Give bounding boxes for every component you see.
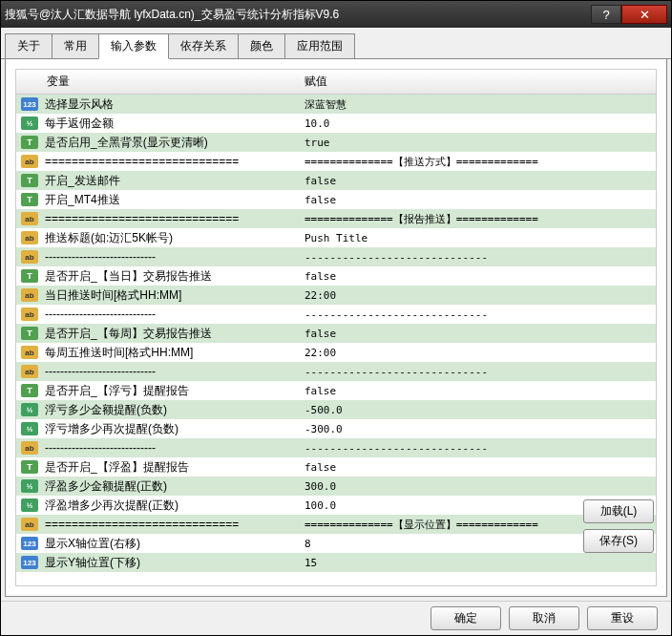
property-value[interactable]: true <box>301 137 656 149</box>
table-row[interactable]: T是否开启_【浮盈】提醒报告false <box>16 457 656 477</box>
table-row[interactable]: ab--------------------------------------… <box>16 362 656 381</box>
property-name: 推送标题(如:迈汇5K帐号) <box>43 230 301 246</box>
property-name: ============================= <box>43 155 301 168</box>
property-name: ----------------------------- <box>43 307 301 321</box>
table-row[interactable]: T是否开启_【浮亏】提醒报告false <box>16 381 656 400</box>
property-name: 是否开启_【每周】交易报告推送 <box>43 326 301 342</box>
property-name: 是否开启_【当日】交易报告推送 <box>43 268 301 285</box>
ab-type-icon: ab <box>21 365 38 378</box>
save-button[interactable]: 保存(S) <box>583 529 654 553</box>
table-row[interactable]: ½浮亏增多少再次提醒(负数)-300.0 <box>16 419 656 438</box>
properties-table[interactable]: 变量 赋值 123选择显示风格深蓝智慧½每手返佣金额10.0T是否启用_全黑背景… <box>15 69 657 586</box>
property-value[interactable]: 15 <box>301 557 656 569</box>
table-row[interactable]: ½浮盈多少金额提醒(正数)300.0 <box>16 477 656 496</box>
t-type-icon: T <box>21 174 38 187</box>
table-row[interactable]: ab当日推送时间[格式HH:MM]22:00 <box>16 286 656 305</box>
123-type-icon: 123 <box>21 537 38 550</box>
property-value[interactable]: false <box>301 461 656 474</box>
tab-0[interactable]: 关于 <box>5 33 52 58</box>
t-type-icon: T <box>21 327 38 340</box>
property-value[interactable]: ----------------------------- <box>301 251 656 264</box>
table-header: 变量 赋值 <box>16 70 656 95</box>
ab-type-icon: ab <box>21 212 38 225</box>
dialog-window: 搜狐号@汰人汇数据导航 lyfxData.cn)_交易盈亏统计分析指标V9.6 … <box>0 0 672 636</box>
property-value[interactable]: 10.0 <box>301 117 656 130</box>
t-type-icon: T <box>21 384 38 397</box>
property-value[interactable]: 300.0 <box>301 480 656 493</box>
table-row[interactable]: T开启_MT4推送false <box>16 190 656 209</box>
table-row[interactable]: ½浮亏多少金额提醒(负数)-500.0 <box>16 400 656 419</box>
property-name: 是否启用_全黑背景(显示更清晰) <box>43 135 301 151</box>
reset-button[interactable]: 重设 <box>587 606 658 630</box>
table-row[interactable]: T是否开启_【当日】交易报告推送false <box>16 266 656 286</box>
tab-2[interactable]: 输入参数 <box>98 33 169 59</box>
property-name: 显示X轴位置(右移) <box>43 536 301 552</box>
property-value[interactable]: false <box>301 385 656 397</box>
tab-3[interactable]: 依存关系 <box>168 33 239 58</box>
table-row[interactable]: ab--------------------------------------… <box>16 247 656 266</box>
titlebar[interactable]: 搜狐号@汰人汇数据导航 lyfxData.cn)_交易盈亏统计分析指标V9.6 … <box>1 1 671 28</box>
ab-type-icon: ab <box>21 155 38 168</box>
property-value[interactable]: false <box>301 175 656 187</box>
property-value[interactable]: ==============【推送方式】============= <box>301 155 656 169</box>
t-type-icon: T <box>21 193 38 206</box>
ab-type-icon: ab <box>21 346 38 359</box>
header-variable: 变量 <box>43 74 301 90</box>
table-row[interactable]: ab每周五推送时间[格式HH:MM]22:00 <box>16 343 656 362</box>
tab-5[interactable]: 应用范围 <box>284 33 355 58</box>
table-row[interactable]: 123选择显示风格深蓝智慧 <box>16 95 656 114</box>
table-row[interactable]: ab推送标题(如:迈汇5K帐号)Push Title <box>16 228 656 247</box>
ok-button[interactable]: 确定 <box>430 606 501 630</box>
property-value[interactable]: 22:00 <box>301 289 656 302</box>
property-name: ============================= <box>43 212 301 225</box>
property-value[interactable]: -500.0 <box>301 404 656 416</box>
table-row[interactable]: ab======================================… <box>16 209 656 228</box>
123-type-icon: 123 <box>21 97 38 111</box>
property-name: 当日推送时间[格式HH:MM] <box>43 287 301 304</box>
v2-type-icon: ½ <box>21 479 38 493</box>
property-name: 浮盈增多少再次提醒(正数) <box>43 498 301 514</box>
property-value[interactable]: 深蓝智慧 <box>301 97 656 112</box>
property-value[interactable]: ----------------------------- <box>301 442 656 455</box>
table-row[interactable]: ½浮盈增多少再次提醒(正数)100.0 <box>16 496 656 515</box>
property-name: 浮亏增多少再次提醒(负数) <box>43 421 301 437</box>
tab-1[interactable]: 常用 <box>52 33 99 58</box>
property-value[interactable]: Push Title <box>301 232 656 244</box>
load-button[interactable]: 加载(L) <box>583 499 654 523</box>
help-button[interactable]: ? <box>591 5 621 24</box>
tab-content: 变量 赋值 123选择显示风格深蓝智慧½每手返佣金额10.0T是否启用_全黑背景… <box>5 59 667 597</box>
t-type-icon: T <box>21 136 38 149</box>
property-value[interactable]: false <box>301 270 656 283</box>
property-value[interactable]: false <box>301 328 656 340</box>
property-value[interactable]: ----------------------------- <box>301 366 656 378</box>
cancel-button[interactable]: 取消 <box>509 606 579 630</box>
property-name: 是否开启_【浮盈】提醒报告 <box>43 459 301 476</box>
table-row[interactable]: 123显示X轴位置(右移)8 <box>16 534 656 553</box>
table-row[interactable]: T是否启用_全黑背景(显示更清晰)true <box>16 133 656 152</box>
table-row[interactable]: ab--------------------------------------… <box>16 305 656 324</box>
property-name: 开启_发送邮件 <box>43 173 301 189</box>
table-row[interactable]: T开启_发送邮件false <box>16 171 656 190</box>
table-row[interactable]: ab======================================… <box>16 515 656 534</box>
property-name: ----------------------------- <box>43 250 301 264</box>
ab-type-icon: ab <box>21 231 38 244</box>
table-row[interactable]: T是否开启_【每周】交易报告推送false <box>16 324 656 343</box>
close-button[interactable]: ✕ <box>621 5 667 24</box>
v2-type-icon: ½ <box>21 422 38 435</box>
table-row[interactable]: 123显示Y轴位置(下移)15 <box>16 553 656 572</box>
property-value[interactable]: ==============【报告推送】============= <box>301 212 656 226</box>
property-value[interactable]: -300.0 <box>301 423 656 435</box>
table-row[interactable]: ab======================================… <box>16 152 656 171</box>
ab-type-icon: ab <box>21 307 38 321</box>
property-name: ============================= <box>43 518 301 531</box>
t-type-icon: T <box>21 269 38 283</box>
property-value[interactable]: false <box>301 194 656 206</box>
property-value[interactable]: ----------------------------- <box>301 308 656 321</box>
tab-4[interactable]: 颜色 <box>238 33 285 58</box>
123-type-icon: 123 <box>21 556 38 569</box>
ab-type-icon: ab <box>21 250 38 264</box>
table-row[interactable]: ½每手返佣金额10.0 <box>16 114 656 133</box>
property-name: 每手返佣金额 <box>43 116 301 132</box>
table-row[interactable]: ab--------------------------------------… <box>16 438 656 457</box>
property-value[interactable]: 22:00 <box>301 347 656 359</box>
